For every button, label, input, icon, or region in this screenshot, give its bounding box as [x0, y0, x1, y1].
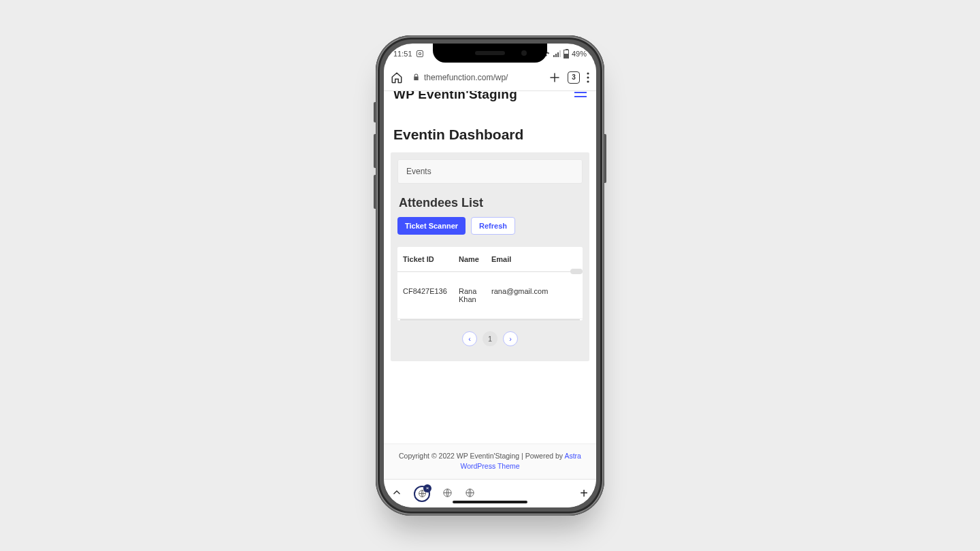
dashboard-panel: Events Attendees List Ticket Scanner Ref… — [391, 152, 589, 361]
pager-prev-button[interactable]: ‹ — [462, 331, 477, 346]
col-email: Email — [491, 255, 577, 263]
power-button — [604, 134, 606, 183]
footer-text: Copyright © 2022 WP Eventin'Staging | Po… — [399, 452, 564, 460]
table-row[interactable]: CF8427E136 Rana Khan rana@gmail.com — [397, 272, 583, 319]
globe-icon[interactable] — [465, 488, 475, 500]
cell-ticket: CF8427E136 — [403, 287, 459, 303]
phone-frame: 11:51 1 ♪ 49% — [376, 35, 604, 516]
status-misc-icon — [416, 50, 423, 57]
events-selector[interactable]: Events — [397, 159, 583, 184]
cellular-signal-icon — [553, 50, 561, 57]
site-footer: Copyright © 2022 WP Eventin'Staging | Po… — [384, 444, 596, 480]
phone-notch — [433, 44, 547, 63]
col-name: Name — [459, 255, 491, 263]
table-header-row: Ticket ID Name Email — [397, 247, 583, 272]
more-menu-icon[interactable] — [587, 72, 589, 83]
cell-name: Rana Khan — [459, 287, 491, 303]
cell-email: rana@gmail.com — [491, 287, 577, 303]
hamburger-icon[interactable] — [574, 92, 587, 97]
volume-up-button — [374, 134, 376, 168]
url-text: themefunction.com/wp/ — [424, 73, 508, 82]
expand-icon[interactable] — [392, 488, 402, 500]
col-ticket-id: Ticket ID — [403, 255, 459, 263]
dashboard-title: Eventin Dashboard — [384, 109, 596, 152]
svg-point-0 — [587, 72, 589, 74]
close-badge-icon[interactable]: × — [423, 484, 431, 492]
battery-percent: 49% — [572, 50, 587, 58]
battery-icon — [564, 50, 569, 59]
globe-icon[interactable] — [442, 488, 453, 500]
attendees-table: Ticket ID Name Email CF8427E136 Rana Kha… — [397, 247, 583, 320]
new-tab-icon[interactable] — [549, 71, 561, 84]
home-indicator[interactable] — [453, 501, 527, 503]
volume-down-button — [374, 175, 376, 209]
page-viewport[interactable]: WP Eventin'Staging Eventin Dashboard Eve… — [384, 91, 596, 479]
lock-icon — [412, 73, 420, 81]
status-time: 11:51 — [393, 50, 412, 58]
attendees-heading: Attendees List — [399, 196, 583, 210]
url-bar[interactable]: themefunction.com/wp/ — [410, 68, 542, 87]
pagination: ‹ 1 › — [397, 331, 583, 346]
pager-current-page: 1 — [483, 331, 497, 346]
home-icon[interactable] — [391, 71, 403, 84]
svg-point-1 — [587, 76, 589, 78]
tab-switcher[interactable]: 3 — [568, 71, 580, 84]
silence-switch — [374, 102, 376, 122]
pager-next-button[interactable]: › — [503, 331, 518, 346]
browser-omnibar: themefunction.com/wp/ 3 — [384, 64, 596, 91]
ticket-scanner-button[interactable]: Ticket Scanner — [397, 217, 466, 235]
refresh-button[interactable]: Refresh — [471, 217, 515, 235]
site-title: WP Eventin'Staging — [393, 91, 517, 102]
new-tab-bottom-icon[interactable]: + — [580, 486, 588, 501]
site-header: WP Eventin'Staging — [384, 91, 596, 109]
horizontal-scroll-track[interactable] — [400, 319, 580, 320]
active-tab-icon[interactable]: × — [414, 486, 430, 502]
svg-point-2 — [587, 80, 589, 82]
